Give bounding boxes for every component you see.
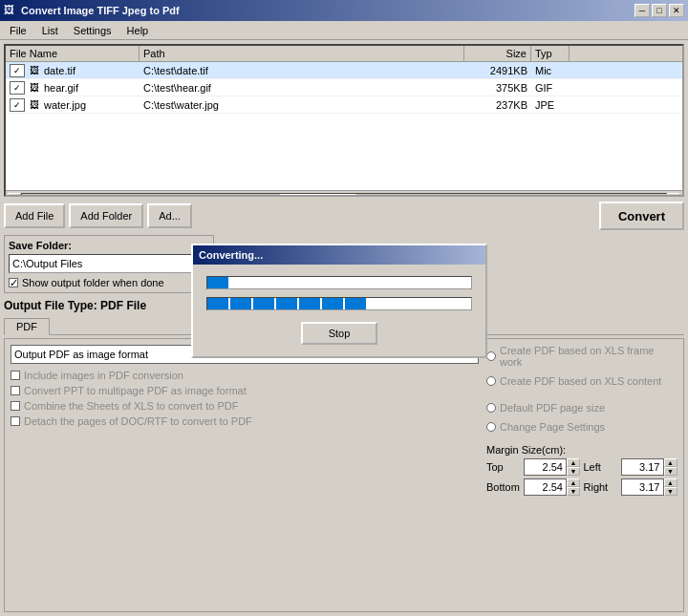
checkbox-row-ppt: Convert PPT to multipage PDF as image fo… bbox=[11, 385, 479, 396]
radio-default-page[interactable] bbox=[486, 403, 496, 413]
col-header-path: Path bbox=[140, 46, 464, 61]
seg1 bbox=[207, 298, 228, 309]
show-output-label: Show output folder when done bbox=[22, 277, 164, 288]
checkbox-doc[interactable] bbox=[11, 416, 20, 426]
margin-left-up[interactable]: ▲ bbox=[664, 458, 677, 467]
margin-top-input[interactable] bbox=[524, 458, 567, 476]
margin-left-down[interactable]: ▼ bbox=[664, 467, 677, 476]
dialog-title: Converting... bbox=[193, 245, 485, 265]
margin-bottom-up[interactable]: ▲ bbox=[567, 478, 580, 487]
table-row[interactable]: ✓ 🖼 date.tif C:\test\date.tif 2491KB Mic bbox=[6, 62, 682, 79]
dialog-body: Stop bbox=[193, 265, 485, 356]
seg2 bbox=[230, 298, 251, 309]
add-folder-button[interactable]: Add Folder bbox=[69, 203, 143, 228]
save-section: Save Folder: ✓ Show output folder when d… bbox=[4, 235, 214, 293]
row2-type: GIF bbox=[531, 81, 570, 95]
margin-right-down[interactable]: ▼ bbox=[664, 487, 677, 496]
converting-dialog: Converting... Stop bbox=[191, 244, 487, 358]
radio-xls-content-label: Create PDF based on XLS content bbox=[500, 375, 661, 387]
scroll-left-button[interactable]: ◀ bbox=[8, 193, 21, 198]
margin-left-row: Left ▲ ▼ bbox=[584, 458, 678, 476]
row2-checkbox[interactable]: ✓ bbox=[10, 81, 25, 95]
add-ellipsis-button[interactable]: Ad... bbox=[147, 203, 192, 228]
row2-path: C:\test\hear.gif bbox=[140, 81, 464, 95]
maximize-button[interactable]: □ bbox=[652, 4, 667, 17]
show-output-checkbox-row: ✓ Show output folder when done bbox=[9, 277, 209, 288]
margin-right-input[interactable] bbox=[621, 478, 664, 496]
row2-size: 375KB bbox=[464, 81, 531, 95]
col-header-filename: File Name bbox=[6, 46, 140, 61]
scroll-thumb[interactable] bbox=[280, 194, 356, 198]
table-row[interactable]: ✓ 🖼 hear.gif C:\test\hear.gif 375KB GIF bbox=[6, 79, 682, 96]
row1-filename: date.tif bbox=[44, 65, 75, 76]
margin-top-down[interactable]: ▼ bbox=[567, 467, 580, 476]
margin-label: Margin Size(cm): bbox=[486, 444, 677, 456]
row1-checkbox[interactable]: ✓ bbox=[10, 64, 25, 77]
file-list-container: File Name Path Size Typ ✓ 🖼 date.tif C:\… bbox=[4, 44, 684, 197]
toolbar: Add File Add Folder Ad... Convert bbox=[4, 200, 684, 232]
tab-pdf[interactable]: PDF bbox=[4, 318, 50, 335]
minimize-button[interactable]: ─ bbox=[634, 4, 650, 17]
margin-bottom-down[interactable]: ▼ bbox=[567, 487, 580, 496]
show-output-checkbox[interactable]: ✓ bbox=[9, 278, 18, 287]
menu-help[interactable]: Help bbox=[119, 23, 157, 38]
radio-row-default-page: Default PDF page size bbox=[486, 402, 677, 414]
margin-bottom-row: Bottom ▲ ▼ bbox=[486, 478, 581, 496]
progress-bar-1-fill bbox=[207, 277, 228, 288]
margin-bottom-label: Bottom bbox=[486, 481, 520, 493]
margin-top-label: Top bbox=[486, 461, 520, 473]
radio-row-change-page: Change Page Settings bbox=[486, 421, 677, 433]
seg6 bbox=[322, 298, 343, 309]
margin-section: Margin Size(cm): Top ▲ ▼ bbox=[486, 444, 677, 496]
save-folder-input[interactable] bbox=[9, 254, 209, 273]
close-button[interactable]: ✕ bbox=[669, 4, 684, 17]
radio-row-xls-frame: Create PDF based on XLS frame work bbox=[486, 345, 677, 368]
save-folder-label: Save Folder: bbox=[9, 240, 209, 251]
add-file-button[interactable]: Add File bbox=[4, 203, 65, 228]
title-bar: 🖼 Convert Image TIFF Jpeg to Pdf ─ □ ✕ bbox=[0, 0, 688, 21]
pdf-options-panel: Output PDF as image format ▼ Include ima… bbox=[4, 338, 684, 612]
margin-right-up[interactable]: ▲ bbox=[664, 478, 677, 487]
table-row[interactable]: ✓ 🖼 water.jpg C:\test\water.jpg 237KB JP… bbox=[6, 96, 682, 114]
margin-right-label: Right bbox=[584, 481, 617, 493]
radio-change-page[interactable] bbox=[486, 422, 496, 432]
radio-row-xls-content: Create PDF based on XLS content bbox=[486, 375, 677, 387]
row1-type: Mic bbox=[531, 64, 570, 77]
window-title: Convert Image TIFF Jpeg to Pdf bbox=[21, 5, 180, 16]
menu-file[interactable]: File bbox=[2, 23, 34, 38]
radio-default-page-label: Default PDF page size bbox=[500, 402, 605, 414]
radio-xls-frame[interactable] bbox=[486, 351, 496, 361]
row3-path: C:\test\water.jpg bbox=[140, 98, 464, 112]
checkbox-xls[interactable] bbox=[11, 401, 20, 411]
seg4 bbox=[276, 298, 297, 309]
margin-left-input[interactable] bbox=[621, 458, 664, 476]
row3-filename: water.jpg bbox=[44, 99, 86, 111]
dialog-buttons: Stop bbox=[206, 322, 472, 345]
pdf-right-panel: Create PDF based on XLS frame work Creat… bbox=[486, 345, 677, 496]
col-header-type: Typ bbox=[531, 46, 570, 61]
row3-checkbox[interactable]: ✓ bbox=[10, 98, 25, 112]
convert-button[interactable]: Convert bbox=[599, 202, 684, 230]
scroll-right-button[interactable]: ▶ bbox=[667, 193, 680, 198]
seg3 bbox=[253, 298, 274, 309]
checkbox-row-xls: Combine the Sheets of XLS to convert to … bbox=[11, 400, 479, 412]
horizontal-scrollbar[interactable]: ◀ ▶ bbox=[6, 190, 682, 197]
menu-list[interactable]: List bbox=[34, 23, 66, 38]
radio-xls-content[interactable] bbox=[486, 376, 496, 386]
progress-bar-1 bbox=[206, 276, 472, 289]
checkbox-row-images: Include images in PDF conversion bbox=[11, 370, 479, 381]
row3-size: 237KB bbox=[464, 98, 531, 112]
checkbox-ppt-label: Convert PPT to multipage PDF as image fo… bbox=[24, 385, 247, 396]
checkbox-images[interactable] bbox=[11, 371, 20, 380]
menu-settings[interactable]: Settings bbox=[66, 23, 119, 38]
scroll-track[interactable] bbox=[21, 193, 667, 198]
stop-button[interactable]: Stop bbox=[301, 322, 377, 345]
margin-top-up[interactable]: ▲ bbox=[567, 458, 580, 467]
seg7 bbox=[345, 298, 366, 309]
margin-right-row: Right ▲ ▼ bbox=[584, 478, 678, 496]
checkbox-doc-label: Detach the pages of DOC/RTF to convert t… bbox=[24, 415, 252, 427]
margin-top-row: Top ▲ ▼ bbox=[486, 458, 581, 476]
checkbox-ppt[interactable] bbox=[11, 386, 20, 395]
file-list-header: File Name Path Size Typ bbox=[6, 46, 682, 62]
margin-bottom-input[interactable] bbox=[524, 478, 567, 496]
